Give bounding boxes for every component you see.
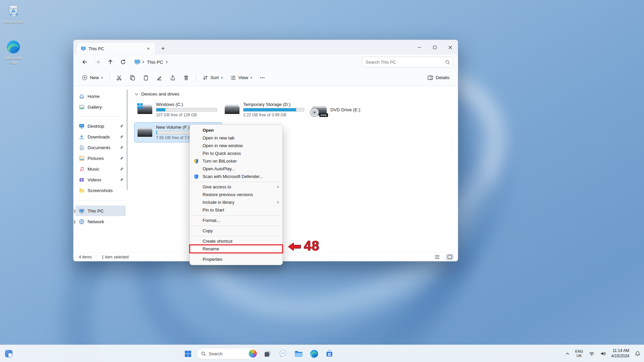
tab-close-button[interactable]: ×	[144, 44, 153, 53]
network-wifi-icon	[589, 351, 595, 357]
sidebar-item-videos[interactable]: Videos	[75, 174, 126, 185]
edge-button[interactable]	[307, 347, 321, 360]
sidebar-item-music[interactable]: Music	[75, 164, 126, 174]
network-icon	[79, 219, 85, 225]
menu-item-copy[interactable]: Copy	[190, 227, 282, 235]
menu-item-open[interactable]: Open	[190, 126, 282, 134]
notification-center-button[interactable]	[633, 349, 642, 358]
this-pc-icon	[79, 208, 85, 214]
paste-button[interactable]	[140, 72, 152, 83]
back-button[interactable]	[79, 57, 90, 67]
sidebar-item-screenshots[interactable]: Screenshots	[75, 185, 126, 196]
submenu-arrow-icon	[276, 201, 279, 204]
rename-button[interactable]	[153, 72, 165, 83]
sidebar-item-downloads[interactable]: Downloads	[75, 131, 126, 142]
windows-logo-icon	[137, 103, 143, 109]
store-icon	[325, 349, 334, 358]
drive-temporary-storage-d[interactable]: Temporary Storage (D:) 2.22 GB free of 3…	[222, 100, 309, 119]
task-view-icon	[264, 350, 272, 358]
minimize-button[interactable]	[412, 40, 427, 55]
dvd-badge: DVD	[319, 113, 328, 117]
drive-info: 107 GB free of 126 GB	[156, 113, 219, 117]
search-highlight-avatar[interactable]	[249, 349, 257, 358]
desktop-icon	[79, 123, 85, 129]
menu-item-include-in-library[interactable]: Include in library	[190, 198, 282, 206]
sidebar-item-pictures[interactable]: Pictures	[75, 153, 126, 164]
explorer-search-input[interactable]	[366, 60, 443, 65]
edge-icon	[6, 40, 21, 54]
sort-button[interactable]: Sort ▾	[199, 72, 226, 83]
large-icons-view-toggle[interactable]	[446, 254, 454, 260]
separator	[190, 182, 282, 182]
language-indicator[interactable]: ENG UK	[574, 348, 585, 359]
menu-item-open-autoplay[interactable]: Open AutoPlay...	[190, 165, 282, 173]
titlebar[interactable]: This PC × +	[73, 40, 458, 55]
sort-icon	[202, 75, 208, 81]
details-pane-icon	[427, 75, 433, 81]
view-icon	[230, 75, 236, 81]
chevron-expand-icon[interactable]: ❯	[73, 220, 76, 224]
more-options-button[interactable]	[256, 72, 268, 83]
menu-item-pin-to-quick-access[interactable]: Pin to Quick access	[190, 149, 282, 157]
network-button[interactable]	[587, 349, 596, 358]
menu-item-open-in-new-tab[interactable]: Open in new tab	[190, 134, 282, 142]
drive-windows-c[interactable]: Windows (C:) 107 GB free of 126 GB	[135, 100, 222, 119]
taskbar-search[interactable]: Search	[197, 348, 259, 359]
maximize-icon	[433, 46, 437, 49]
sidebar-item-gallery[interactable]: Gallery	[75, 102, 126, 112]
microsoft-store-button[interactable]	[323, 347, 336, 360]
videos-icon	[79, 177, 85, 183]
clock[interactable]: 11:14 AM 4/15/2024	[610, 347, 631, 360]
menu-item-rename[interactable]: Rename	[190, 245, 282, 253]
sidebar-item-home[interactable]: Home	[75, 91, 126, 102]
volume-button[interactable]	[599, 349, 607, 358]
sidebar-item-this-pc[interactable]: ❯ This PC	[75, 205, 126, 216]
share-button[interactable]	[167, 72, 179, 83]
new-button[interactable]: New ▾	[79, 72, 106, 83]
breadcrumb[interactable]: This PC	[135, 60, 360, 65]
widgets-button[interactable]	[2, 347, 15, 360]
menu-item-pin-to-start[interactable]: Pin to Start	[190, 206, 282, 214]
sidebar-item-desktop[interactable]: Desktop	[75, 121, 126, 131]
close-button[interactable]	[442, 40, 458, 55]
menu-item-create-shortcut[interactable]: Create shortcut	[190, 237, 282, 245]
desktop-icon-recycle-bin[interactable]: Recycle Bin	[3, 3, 24, 24]
explorer-search[interactable]	[362, 57, 453, 67]
copy-button[interactable]	[126, 72, 139, 83]
hdd-icon	[137, 103, 153, 115]
delete-button[interactable]	[180, 72, 192, 83]
up-button[interactable]	[105, 57, 116, 67]
menu-item-scan-with-defender[interactable]: Scan with Microsoft Defender...	[190, 173, 282, 180]
chat-button[interactable]	[276, 347, 290, 360]
maximize-button[interactable]	[427, 40, 442, 55]
chevron-expand-icon[interactable]: ❯	[73, 209, 76, 213]
breadcrumb-this-pc[interactable]: This PC	[146, 60, 164, 65]
sidebar-item-network[interactable]: ❯ Network	[75, 216, 126, 227]
menu-item-turn-on-bitlocker[interactable]: Turn on BitLocker	[190, 157, 282, 165]
drive-dvd-e[interactable]: DVD DVD Drive (E:)	[309, 100, 396, 119]
sidebar-label: Videos	[88, 177, 101, 182]
menu-item-properties[interactable]: Properties	[190, 255, 282, 263]
explorer-tab[interactable]: This PC ×	[77, 43, 155, 55]
start-button[interactable]	[181, 347, 195, 360]
edge-icon	[310, 349, 319, 358]
desktop-icon-edge[interactable]: Microsoft Edge	[3, 40, 24, 64]
view-button[interactable]: View ▾	[227, 72, 255, 83]
drive-info: 2.22 GB free of 3.99 GB	[243, 113, 306, 117]
file-explorer-button[interactable]	[292, 347, 305, 360]
new-tab-button[interactable]: +	[159, 44, 167, 53]
task-view-button[interactable]	[261, 347, 274, 360]
menu-item-open-in-new-window[interactable]: Open in new window	[190, 142, 282, 149]
menu-item-restore-previous-versions[interactable]: Restore previous versions	[190, 191, 282, 198]
tray-chevron-button[interactable]	[564, 350, 571, 357]
details-view-toggle[interactable]	[433, 254, 441, 260]
refresh-button[interactable]	[118, 57, 128, 67]
cut-button[interactable]	[113, 72, 125, 83]
details-button[interactable]: Details	[424, 72, 452, 83]
sidebar-item-documents[interactable]: Documents	[75, 142, 126, 153]
forward-button[interactable]	[92, 57, 103, 67]
tray-time: 11:14 AM	[612, 348, 629, 353]
menu-item-give-access-to[interactable]: Give access to	[190, 183, 282, 191]
section-devices-and-drives[interactable]: Devices and drives	[135, 92, 454, 97]
menu-item-format[interactable]: Format...	[190, 217, 282, 224]
